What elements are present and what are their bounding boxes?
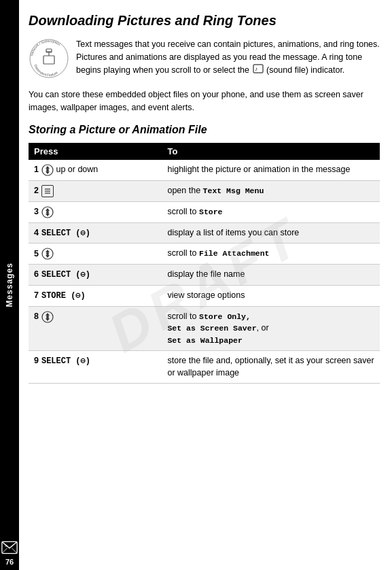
network-badge-icon: Network / Subscription Dependent Feature (29, 38, 69, 79)
svg-line-2 (12, 548, 17, 554)
step-number: 5 (34, 249, 41, 258)
table-cell-press: 3 (29, 201, 162, 222)
page-number: 76 (5, 558, 14, 566)
table-cell-to: store the file and, optionally, set it a… (162, 351, 380, 384)
step-number: 7 (34, 290, 41, 300)
intro-block: Network / Subscription Dependent Feature… (29, 38, 380, 79)
table-row: 8 scroll to Store Only,Set as Screen Sav… (29, 306, 380, 351)
intro-text: Text messages that you receive can conta… (76, 38, 380, 77)
section-title: Storing a Picture or Animation File (29, 124, 380, 136)
network-subscription-badge: Network / Subscription Dependent Feature (29, 38, 69, 79)
nav-scroll-icon (41, 311, 54, 323)
menu-icon (41, 185, 54, 197)
svg-line-1 (2, 548, 7, 554)
svg-marker-15 (46, 166, 50, 169)
menu-item-text: Store Only, (199, 312, 251, 321)
steps-table: Press To 1 up or downhighlight the pictu… (29, 143, 380, 384)
svg-marker-26 (46, 250, 50, 252)
table-cell-to: scroll to Store Only,Set as Screen Saver… (162, 306, 380, 351)
table-cell-to: open the Text Msg Menu (162, 180, 380, 201)
intro-body-end: (sound file) indicator. (266, 65, 344, 75)
table-row: 7STORE (⊖)view storage options (29, 286, 380, 307)
step-number: 4 (34, 228, 41, 237)
table-cell-press: 2 (29, 180, 162, 201)
step-number: 1 (34, 165, 41, 174)
table-cell-to: scroll to File Attachment (162, 244, 380, 265)
svg-text:Dependent  Feature: Dependent Feature (34, 64, 58, 77)
table-cell-press: 1 up or down (29, 160, 162, 181)
table-row: 6SELECT (⊖)display the file name (29, 265, 380, 286)
table-row: 1 up or downhighlight the picture or ani… (29, 160, 380, 181)
table-row: 4SELECT (⊖)display a list of items you c… (29, 222, 380, 244)
step-number: 3 (34, 207, 41, 216)
main-content: DRAFT Downloading Pictures and Ring Tone… (19, 0, 392, 570)
menu-item-text: Set as Screen Saver (167, 324, 256, 333)
table-header-row: Press To (29, 143, 380, 160)
table-cell-to: scroll to Store (162, 201, 380, 222)
table-cell-to: highlight the picture or animation in th… (162, 160, 380, 181)
table-cell-to: display a list of items you can store (162, 222, 380, 244)
sidebar: Messages 76 (0, 0, 19, 570)
table-cell-to: display the file name (162, 265, 380, 286)
nav-scroll-icon (41, 206, 54, 218)
table-cell-to: view storage options (162, 286, 380, 307)
select-button-label: SELECT (⊖) (41, 356, 90, 366)
svg-point-17 (46, 169, 49, 171)
svg-marker-16 (46, 171, 50, 174)
svg-marker-22 (46, 208, 50, 211)
table-header: Press To (29, 143, 380, 160)
svg-text:Network / Subscription: Network / Subscription (29, 39, 61, 56)
table-cell-press: 8 (29, 306, 162, 351)
nav-scroll-icon (41, 248, 54, 260)
table-row: 5 scroll to File Attachment (29, 244, 380, 265)
table-body: 1 up or downhighlight the picture or ani… (29, 160, 380, 384)
step-number: 9 (34, 356, 41, 365)
body-text-2: You can store these embedded object file… (29, 88, 380, 114)
page-wrapper: Messages 76 DRAFT Downloading Pictures a… (0, 0, 392, 570)
svg-marker-27 (46, 255, 50, 258)
store-button-label: STORE (⊖) (41, 291, 86, 301)
svg-marker-30 (46, 313, 50, 316)
svg-marker-31 (46, 318, 50, 321)
header-press: Press (29, 143, 162, 160)
table-cell-press: 6SELECT (⊖) (29, 265, 162, 286)
svg-point-24 (46, 211, 49, 214)
menu-item-text: File Attachment (199, 249, 270, 258)
page-title: Downloading Pictures and Ring Tones (29, 12, 380, 29)
table-cell-press: 4SELECT (⊖) (29, 222, 162, 244)
svg-point-28 (46, 252, 49, 255)
svg-rect-6 (43, 56, 54, 64)
menu-item-text: Set as Wallpaper (167, 336, 242, 345)
table-cell-press: 9SELECT (⊖) (29, 351, 162, 384)
select-button-label: SELECT (⊖) (41, 229, 90, 238)
table-row: 3 scroll to Store (29, 201, 380, 222)
sidebar-label: Messages (5, 263, 14, 307)
step-number: 6 (34, 269, 41, 279)
step-number: 8 (34, 312, 41, 321)
header-to: To (162, 143, 380, 160)
table-row: 9SELECT (⊖)store the file and, optionall… (29, 351, 380, 384)
menu-item-text: Text Msg Menu (203, 186, 264, 195)
table-cell-press: 5 (29, 244, 162, 265)
envelope-icon (1, 541, 18, 554)
step-number: 2 (34, 186, 41, 195)
table-cell-press: 7STORE (⊖) (29, 286, 162, 307)
nav-up-down-icon (41, 164, 54, 176)
svg-point-32 (46, 316, 49, 318)
svg-marker-23 (46, 214, 50, 216)
select-button-label: SELECT (⊖) (41, 270, 90, 280)
svg-text:♪: ♪ (255, 66, 257, 72)
sound-file-icon: ♪ (253, 64, 264, 78)
menu-item-text: Store (199, 207, 223, 216)
table-row: 2 open the Text Msg Menu (29, 180, 380, 201)
sidebar-icon-area (1, 541, 18, 556)
